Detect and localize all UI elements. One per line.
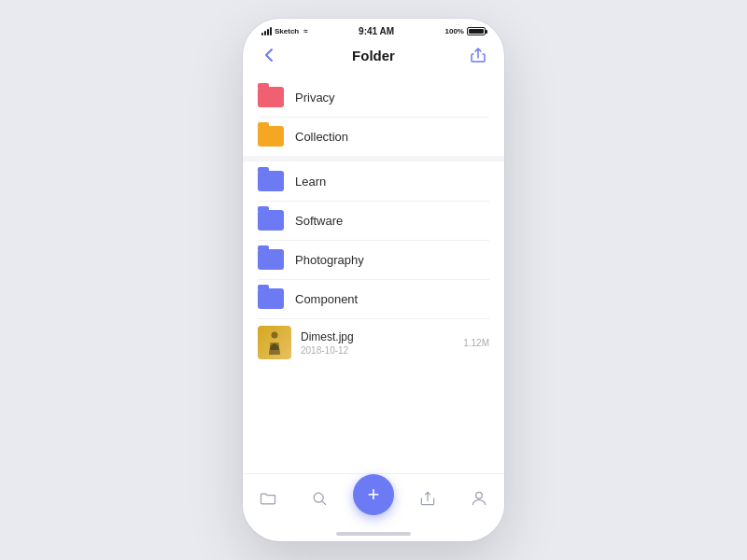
file-info-dimest: Dimest.jpg 2018-10-12 — [301, 330, 463, 356]
home-bar — [336, 532, 411, 536]
signal-bar-2 — [264, 31, 266, 35]
status-bar: Sketch ≈ 9:41 AM 100% — [243, 19, 504, 40]
nav-folder-icon — [259, 489, 277, 508]
status-right: 100% — [445, 27, 486, 35]
folder-item-collection[interactable]: Collection — [243, 117, 504, 156]
folder-item-software[interactable]: Software — [243, 201, 504, 240]
folder-name-collection: Collection — [295, 130, 348, 144]
folder-name-learn: Learn — [295, 175, 326, 189]
nav-user-button[interactable] — [462, 482, 496, 515]
file-name-dimest: Dimest.jpg — [301, 330, 463, 343]
file-size-dimest: 1.12M — [463, 338, 489, 348]
folder-icon-software — [258, 210, 284, 231]
folder-item-photography[interactable]: Photography — [243, 240, 504, 279]
bottom-nav: + — [243, 473, 504, 526]
share-icon — [470, 47, 486, 63]
battery-fill — [469, 29, 484, 34]
dimest-figure-icon — [266, 330, 283, 355]
search-icon — [310, 489, 329, 508]
nav-search-button[interactable] — [303, 482, 336, 515]
add-icon: + — [368, 484, 380, 505]
signal-bar-4 — [270, 27, 272, 35]
status-time: 9:41 AM — [359, 26, 394, 36]
folder-icon-collection — [258, 126, 284, 147]
folder-icon-privacy — [258, 87, 284, 107]
wifi-icon: ≈ — [303, 27, 307, 35]
file-item-dimest[interactable]: Dimest.jpg 2018-10-12 1.12M — [243, 318, 504, 367]
file-date-dimest: 2018-10-12 — [301, 345, 463, 356]
svg-point-2 — [314, 493, 323, 502]
folder-item-component[interactable]: Component — [243, 279, 504, 318]
back-icon — [264, 48, 274, 63]
battery-icon — [467, 27, 486, 35]
svg-point-3 — [475, 492, 482, 498]
folder-name-photography: Photography — [295, 253, 364, 267]
back-button[interactable] — [258, 44, 280, 66]
signal-bar-3 — [267, 29, 269, 35]
nav-share-button[interactable] — [411, 482, 444, 515]
folder-name-privacy: Privacy — [295, 91, 335, 105]
file-thumbnail-dimest — [258, 326, 291, 359]
share-button[interactable] — [467, 44, 489, 66]
section-top: Privacy Collection — [243, 77, 504, 156]
folder-name-component: Component — [295, 292, 358, 306]
folder-icon-learn — [258, 171, 284, 191]
svg-point-0 — [272, 332, 278, 339]
carrier-name: Sketch — [275, 27, 299, 35]
battery-percent: 100% — [445, 27, 464, 35]
add-button[interactable]: + — [353, 474, 394, 515]
signal-bar-1 — [261, 33, 263, 35]
nav-share-icon — [418, 489, 437, 508]
nav-folder-button[interactable] — [251, 482, 285, 515]
folder-item-learn[interactable]: Learn — [243, 161, 504, 201]
dimest-preview — [258, 326, 291, 359]
home-indicator — [243, 526, 504, 541]
status-left: Sketch ≈ — [261, 27, 308, 35]
folder-icon-photography — [258, 249, 284, 270]
folder-name-software: Software — [295, 214, 343, 228]
header: Folder — [243, 40, 504, 74]
section-main: Learn Software Photography Component — [243, 161, 504, 367]
folder-item-privacy[interactable]: Privacy — [243, 77, 504, 117]
folder-icon-component — [258, 288, 284, 309]
content-area: Privacy Collection Learn Software Photog… — [243, 74, 504, 473]
svg-rect-1 — [270, 343, 279, 350]
signal-bars-icon — [261, 28, 272, 35]
user-icon — [470, 489, 488, 508]
battery-bar — [467, 27, 486, 35]
page-title: Folder — [352, 48, 395, 63]
phone-shell: Sketch ≈ 9:41 AM 100% Folder — [243, 19, 504, 541]
